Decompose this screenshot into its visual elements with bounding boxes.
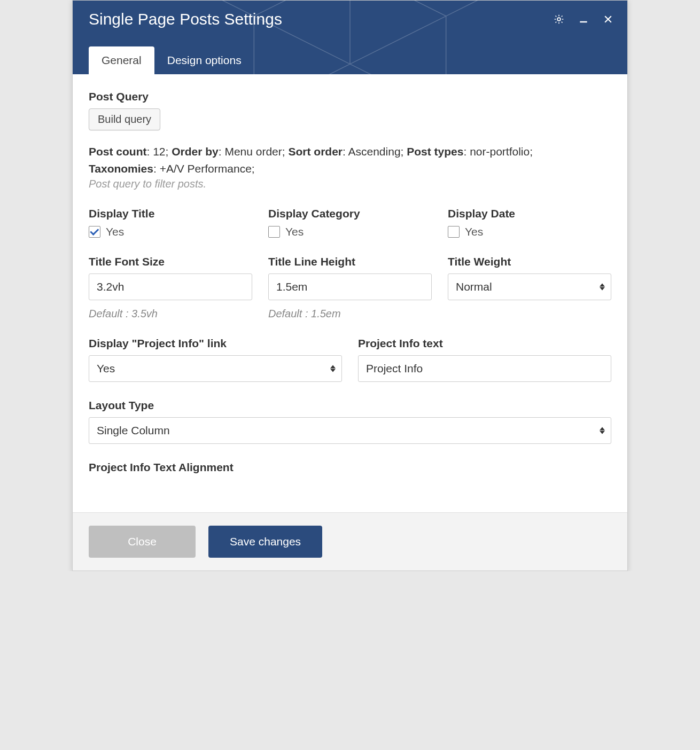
gear-icon[interactable] [554,14,564,25]
post-query-label: Post Query [89,90,611,103]
tabs: General Design options [73,46,627,74]
close-icon[interactable] [603,14,613,25]
sort-order-label: Sort order [288,145,343,158]
display-category-label: Display Category [268,207,432,220]
modal-content[interactable]: Post Query Build query Post count: 12; O… [73,74,627,512]
display-category-checkbox[interactable] [268,226,280,238]
title-weight-select[interactable]: Normal [448,274,611,300]
display-title-label: Display Title [89,207,252,220]
sort-order-value: Ascending [348,145,401,158]
save-changes-button[interactable]: Save changes [208,526,322,558]
layout-type-label: Layout Type [89,399,611,412]
project-info-link-label: Display "Project Info" link [89,337,342,350]
layout-type-select[interactable]: Single Column [89,417,611,444]
post-query-help: Post query to filter posts. [89,178,611,190]
project-info-alignment-label: Project Info Text Alignment [89,461,611,474]
tab-design-options[interactable]: Design options [154,46,254,74]
post-types-value: nor-portfolio [470,145,530,158]
display-date-yes: Yes [465,225,483,238]
taxonomies-value: +A/V Performance [160,162,252,175]
display-title-checkbox[interactable] [89,226,100,238]
query-summary: Post count: 12; Order by: Menu order; So… [89,143,611,177]
svg-point-0 [557,18,561,21]
order-by-value: Menu order [224,145,282,158]
project-info-text-input[interactable] [358,355,611,382]
title-line-height-input[interactable] [268,274,432,300]
title-font-size-label: Title Font Size [89,255,252,268]
display-date-checkbox[interactable] [448,226,460,238]
project-info-text-label: Project Info text [358,337,611,350]
modal-header: Single Page Posts Settings General Desig… [73,1,627,74]
project-info-link-select[interactable]: Yes [89,355,342,382]
header-actions [554,14,613,25]
title-weight-label: Title Weight [448,255,611,268]
post-count-value: 12 [153,145,165,158]
modal-footer: Close Save changes [73,512,627,571]
display-category-yes: Yes [285,225,304,238]
close-button[interactable]: Close [89,526,196,558]
order-by-label: Order by [172,145,219,158]
display-date-label: Display Date [448,207,611,220]
post-count-label: Post count [89,145,147,158]
title-font-size-hint: Default : 3.5vh [89,308,252,320]
post-types-label: Post types [407,145,463,158]
taxonomies-label: Taxonomies [89,162,153,175]
title-line-height-label: Title Line Height [268,255,432,268]
settings-modal: Single Page Posts Settings General Desig… [72,0,628,571]
tab-general[interactable]: General [89,46,154,74]
display-title-yes: Yes [106,225,124,238]
modal-title: Single Page Posts Settings [89,10,282,28]
minimize-icon[interactable] [578,14,589,25]
title-line-height-hint: Default : 1.5em [268,308,432,320]
title-font-size-input[interactable] [89,274,252,300]
build-query-button[interactable]: Build query [89,108,160,130]
